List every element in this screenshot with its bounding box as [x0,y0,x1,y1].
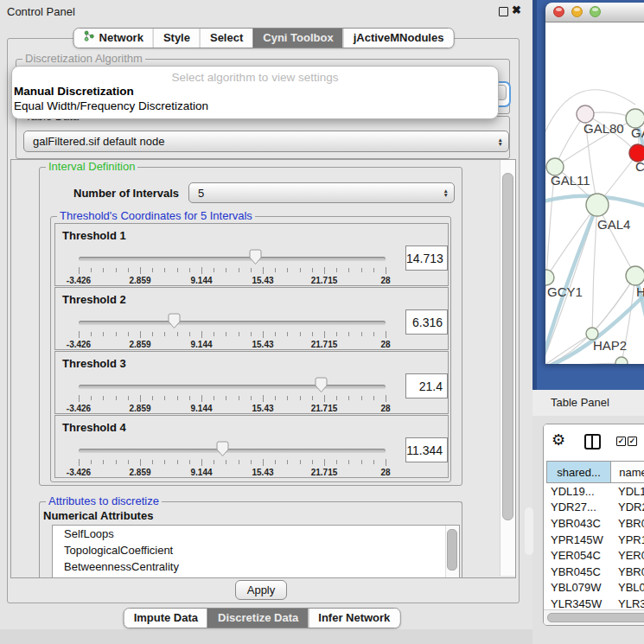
float-window-icon[interactable] [499,7,508,16]
tab-infer-network[interactable]: Infer Network [308,609,399,628]
table-row[interactable]: YDR27... YDR2 [546,500,644,516]
column-layout-icon[interactable] [584,434,601,450]
network-node[interactable] [626,266,644,285]
threshold-slider[interactable]: -3.4262.8599.14415.4321.71528 [79,312,386,350]
slider-track[interactable] [79,449,386,453]
tick-label: 28 [380,404,390,413]
threshold-row: Threshold 4 -3.4262.8599.14415.4321.7152… [54,415,449,478]
list-scrollbar-track[interactable] [445,526,459,577]
dropdown-hint: Select algorithm to view settings [12,71,498,84]
close-traffic-light-icon[interactable] [553,6,564,17]
threshold-slider[interactable]: -3.4262.8599.14415.4321.71528 [79,248,386,286]
slider-thumb[interactable] [216,441,229,457]
combo-value: galFiltered.sif default node [24,135,164,148]
numerical-attributes-list[interactable]: SelfLoopsTopologicalCoefficientBetweenne… [52,525,460,577]
combo-arrows-icon: ▲▼ [498,137,503,146]
attribute-list-item[interactable]: TopologicalCoefficient [53,542,459,558]
cell-name: YLR3 [610,597,644,609]
node-label: GCY1 [547,284,583,299]
slider-tick-labels: -3.4262.8599.14415.4321.71528 [79,276,386,286]
slider-track[interactable] [79,257,386,261]
panel-bottom-strip [0,629,532,644]
slider-ticks [79,459,386,467]
table-row[interactable]: YDL19... YDL1 [546,483,644,500]
network-window-titlebar[interactable] [545,3,644,22]
tab-network[interactable]: Network [74,29,153,48]
tab-jactivemnodules[interactable]: jActiveMNodules [343,29,454,48]
network-view-window[interactable]: GAL80GACGAL11GAL4GCY1HHAP2 [545,3,644,364]
tick-label: 2.859 [129,340,150,349]
tab-label: jActiveMNodules [354,29,444,48]
cell-name: YDL1 [610,485,644,498]
gear-icon[interactable]: ⚙ [552,430,565,450]
cell-name: YBR0 [610,565,644,578]
tick-label: 28 [380,276,390,285]
cell-shared-name: YLR345W [546,597,610,609]
slider-tick-labels: -3.4262.8599.14415.4321.71528 [79,404,386,414]
network-edge[interactable] [597,205,635,276]
slider-ticks [79,267,386,275]
threshold-row: Threshold 1 -3.4262.8599.14415.4321.7152… [54,223,449,286]
tab-discretize-data[interactable]: Discretize Data [207,609,308,628]
threshold-slider[interactable]: -3.4262.8599.14415.4321.71528 [79,440,386,478]
network-node[interactable] [586,194,609,216]
network-node[interactable] [615,357,628,364]
table-row[interactable]: YPR145W YPR1 [546,532,644,548]
attribute-list-item[interactable]: BetweennessCentrality [53,558,459,575]
tab-select[interactable]: Select [200,29,252,48]
combo-value: 5 [189,187,204,200]
table-row[interactable]: YER054C YER0 [546,547,644,564]
threshold-value-field[interactable]: 6.316 [405,309,448,335]
vertical-scrollbar-thumb[interactable] [502,173,513,520]
tab-impute-data[interactable]: Impute Data [124,609,207,628]
minimize-traffic-light-icon[interactable] [571,6,583,17]
tick-label: 2.859 [129,404,150,413]
threshold-slider[interactable]: -3.4262.8599.14415.4321.71528 [79,376,386,414]
cytoscape-app: Control Panel ✖ Network Style Select Cyn… [0,0,644,644]
interval-definition-label: Interval Definition [46,161,137,173]
checkbox-icon[interactable]: ✓ [616,437,626,446]
tick-label: 15.43 [252,404,273,413]
column-header-shared-name[interactable]: shared... [547,462,611,482]
table-data-combobox[interactable]: galFiltered.sif default node ▲▼ [23,131,509,152]
slider-thumb[interactable] [168,313,181,329]
attribute-list-item[interactable]: SelfLoops [53,526,459,542]
network-node[interactable] [577,105,594,123]
network-canvas[interactable]: GAL80GACGAL11GAL4GCY1HHAP2 [545,22,644,364]
table-rows: YDL19... YDL1YDR27... YDR2YBR043C YBR0YP… [546,483,644,609]
checkbox-icon[interactable]: ✓ [628,437,637,446]
dropdown-option-equal-width[interactable]: Equal Width/Frequency Discretization [12,99,498,113]
threshold-value-field[interactable]: 21.4 [405,373,448,399]
tab-style[interactable]: Style [153,29,200,48]
threshold-label: Threshold 2 [62,293,126,306]
table-row[interactable]: YBR045C YBR0 [546,564,644,580]
threshold-value-field[interactable]: 14.713 [405,245,448,271]
node-label: GAL80 [583,121,624,136]
cyni-mode-tabs: Impute Data Discretize Data Infer Networ… [124,608,401,628]
zoom-traffic-light-icon[interactable] [590,6,601,17]
close-icon[interactable]: ✖ [512,3,521,16]
dropdown-option-manual[interactable]: Manual Discretization [12,84,498,99]
list-scrollbar-thumb[interactable] [447,529,457,571]
column-header-name[interactable]: name [611,462,644,482]
network-node[interactable] [545,270,554,285]
threshold-value-field[interactable]: 11.344 [405,437,448,462]
cell-shared-name: YDR27... [546,501,610,513]
table-row[interactable]: YBL079W YBL0 [546,580,644,596]
network-edge[interactable] [545,334,592,364]
number-of-intervals-combobox[interactable]: 5 ▲▼ [188,182,455,203]
horizontal-scrollbar-thumb[interactable] [547,613,644,622]
apply-button[interactable]: Apply [235,580,287,600]
horizontal-scrollbar-track[interactable] [544,609,644,626]
panel-divider-grip[interactable] [525,507,533,555]
tick-label: -3.426 [67,404,91,413]
slider-track[interactable] [79,321,386,325]
slider-thumb[interactable] [315,377,328,393]
slider-track[interactable] [79,385,386,389]
desktop-edge [532,0,537,391]
tab-cyni-toolbox[interactable]: Cyni Toolbox [252,29,342,48]
slider-thumb[interactable] [249,249,262,265]
table-row[interactable]: YBR043C YBR0 [546,515,644,532]
table-row[interactable]: YLR345W YLR3 [546,596,644,609]
node-label: HAP2 [593,338,627,353]
